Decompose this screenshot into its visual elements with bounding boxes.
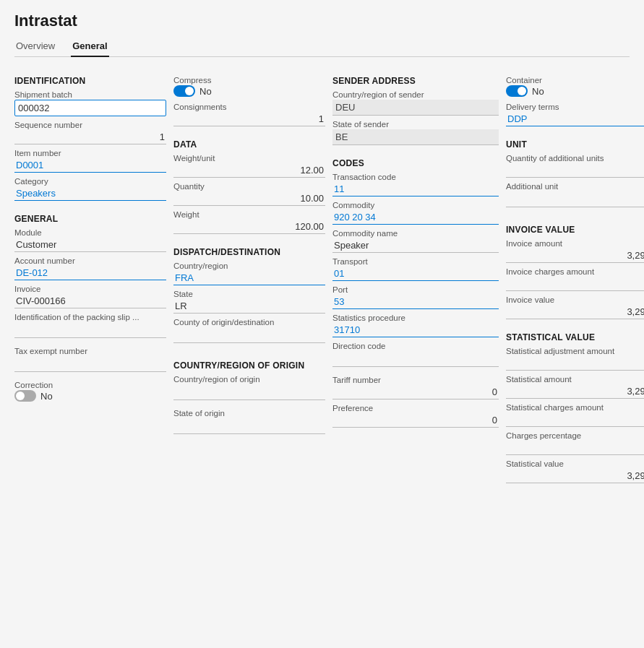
field-state-of-origin: State of origin bbox=[173, 409, 325, 439]
field-tariff-number: Tariff number 0 bbox=[332, 376, 499, 399]
field-consignments: Consignments 1 bbox=[173, 103, 325, 126]
field-packing-slip: Identification of the packing slip ... bbox=[14, 313, 166, 342]
field-quantity: Quantity 10.00 bbox=[173, 182, 325, 206]
field-weight-unit: Weight/unit 12.00 bbox=[173, 154, 325, 178]
section-statistical-value: STATISTICAL VALUE bbox=[506, 332, 644, 342]
port-link[interactable]: 53 bbox=[332, 295, 499, 309]
section-country-origin: COUNTRY/REGION OF ORIGIN bbox=[173, 360, 325, 371]
packing-slip-input[interactable] bbox=[14, 322, 166, 338]
module-value: Customer bbox=[14, 238, 166, 252]
country-region-origin-input[interactable] bbox=[173, 384, 325, 400]
field-weight: Weight 120.00 bbox=[173, 210, 325, 234]
state-sender-value: BE bbox=[332, 129, 499, 145]
field-stat-amount: Statistical amount 3,290.00 bbox=[506, 375, 644, 399]
field-transport: Transport 01 bbox=[332, 257, 499, 281]
account-number-link[interactable]: DE-012 bbox=[14, 266, 166, 280]
section-codes: CODES bbox=[332, 158, 499, 168]
statistics-procedure-link[interactable]: 31710 bbox=[332, 323, 499, 337]
county-origin-input[interactable] bbox=[173, 327, 325, 343]
field-qty-additional-units: Quantity of additional units 0.00 bbox=[506, 154, 644, 178]
field-invoice-amount: Invoice amount 3,290.00 bbox=[506, 239, 644, 263]
field-statistics-procedure: Statistics procedure 31710 bbox=[332, 314, 499, 337]
field-item-number: Item number D0001 bbox=[14, 149, 166, 173]
weight-unit-value: 12.00 bbox=[173, 163, 325, 178]
field-tax-exempt: Tax exempt number bbox=[14, 347, 166, 376]
transaction-code-link[interactable]: 11 bbox=[332, 182, 499, 196]
column-4: Container No Delivery terms DDP UNIT Qua… bbox=[506, 67, 644, 488]
section-data: DATA bbox=[173, 139, 325, 150]
field-commodity: Commodity 920 20 34 bbox=[332, 201, 499, 225]
statistical-value-value: 3,290.00 bbox=[506, 469, 644, 483]
correction-toggle[interactable] bbox=[14, 390, 36, 402]
compress-section: Compress No bbox=[173, 76, 325, 103]
tab-overview[interactable]: Overview bbox=[14, 36, 56, 57]
compress-toggle-label: No bbox=[199, 86, 212, 97]
stat-charges-amount-value: 0.00 bbox=[506, 412, 644, 427]
field-dispatch-country: Country/region FRA bbox=[173, 262, 325, 285]
tab-bar: Overview General bbox=[14, 36, 630, 57]
field-module: Module Customer bbox=[14, 228, 166, 252]
category-link[interactable]: Speakers bbox=[14, 186, 166, 201]
field-statistical-value: Statistical value 3,290.00 bbox=[506, 459, 644, 483]
field-invoice-charges-amount: Invoice charges amount 0.00 bbox=[506, 267, 644, 291]
field-state-sender: State of sender BE bbox=[332, 120, 499, 145]
field-transaction-code: Transaction code 11 bbox=[332, 173, 499, 196]
dispatch-country-link[interactable]: FRA bbox=[173, 271, 325, 285]
sequence-number-value: 1 bbox=[14, 130, 166, 144]
invoice-value: CIV-000166 bbox=[14, 294, 166, 308]
field-preference: Preference 0 bbox=[332, 404, 499, 428]
additional-unit-input[interactable] bbox=[506, 191, 644, 207]
item-number-link[interactable]: D0001 bbox=[14, 158, 166, 173]
charges-percentage-value: 0.00 bbox=[506, 441, 644, 455]
state-value: LR bbox=[173, 299, 325, 314]
column-3: SENDER ADDRESS Country/region of sender … bbox=[332, 67, 499, 488]
tariff-number-value: 0 bbox=[332, 385, 499, 399]
field-sequence-number: Sequence number 1 bbox=[14, 121, 166, 144]
consignments-value: 1 bbox=[173, 112, 325, 126]
field-correction: Correction No bbox=[14, 381, 166, 407]
qty-additional-units-value: 0.00 bbox=[506, 163, 644, 178]
invoice-charges-amount-value: 0.00 bbox=[506, 277, 644, 291]
field-additional-unit: Additional unit bbox=[506, 182, 644, 212]
section-dispatch: DISPATCH/DESTINATION bbox=[173, 247, 325, 257]
preference-value: 0 bbox=[332, 413, 499, 428]
state-of-origin-input[interactable] bbox=[173, 418, 325, 434]
container-toggle[interactable] bbox=[506, 85, 528, 97]
compress-toggle[interactable] bbox=[173, 85, 195, 97]
transport-link[interactable]: 01 bbox=[332, 267, 499, 281]
field-invoice-value: Invoice value 3,290.00 bbox=[506, 295, 644, 319]
field-county-origin: County of origin/destination bbox=[173, 318, 325, 347]
field-charges-percentage: Charges percentage 0.00 bbox=[506, 431, 644, 455]
stat-adjustment-amount-value: 0.00 bbox=[506, 356, 644, 371]
page-title: Intrastat bbox=[14, 12, 630, 30]
field-direction-code: Direction code bbox=[332, 342, 499, 371]
field-port: Port 53 bbox=[332, 285, 499, 309]
container-section: Container No bbox=[506, 76, 644, 103]
tab-general[interactable]: General bbox=[71, 36, 108, 57]
field-delivery-terms: Delivery terms DDP bbox=[506, 103, 644, 126]
commodity-name-value: Speaker bbox=[332, 238, 499, 253]
field-stat-adjustment-amount: Statistical adjustment amount 0.00 bbox=[506, 347, 644, 371]
field-account-number: Account number DE-012 bbox=[14, 256, 166, 280]
field-stat-charges-amount: Statistical charges amount 0.00 bbox=[506, 403, 644, 427]
tax-exempt-input[interactable] bbox=[14, 356, 166, 372]
commodity-link[interactable]: 920 20 34 bbox=[332, 210, 499, 225]
field-country-region-origin: Country/region of origin bbox=[173, 375, 325, 405]
section-identification: IDENTIFICATION bbox=[14, 76, 166, 86]
field-state: State LR bbox=[173, 290, 325, 314]
shipment-batch-input[interactable] bbox=[14, 100, 166, 116]
direction-code-input[interactable] bbox=[332, 351, 499, 367]
quantity-value: 10.00 bbox=[173, 191, 325, 206]
delivery-terms-link[interactable]: DDP bbox=[506, 112, 644, 126]
field-country-region-sender: Country/region of sender DEU bbox=[332, 90, 499, 116]
container-toggle-label: No bbox=[532, 86, 544, 97]
section-general: GENERAL bbox=[14, 214, 166, 224]
field-category: Category Speakers bbox=[14, 177, 166, 201]
field-commodity-name: Commodity name Speaker bbox=[332, 229, 499, 253]
field-shipment-batch: Shipment batch bbox=[14, 90, 166, 116]
field-invoice: Invoice CIV-000166 bbox=[14, 285, 166, 308]
stat-amount-value: 3,290.00 bbox=[506, 384, 644, 399]
invoice-value-value: 3,290.00 bbox=[506, 305, 644, 319]
section-sender-address: SENDER ADDRESS bbox=[332, 76, 499, 86]
invoice-amount-value: 3,290.00 bbox=[506, 249, 644, 263]
